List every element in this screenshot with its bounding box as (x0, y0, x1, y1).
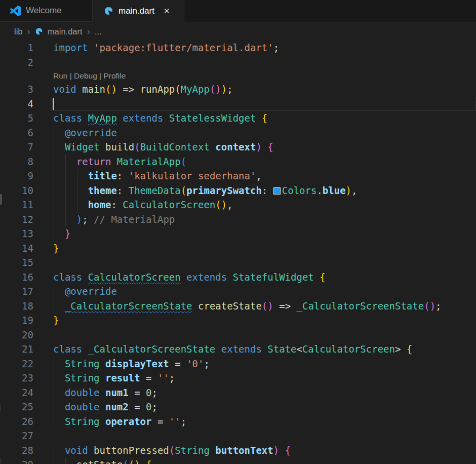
line-number[interactable]: 20 (0, 328, 33, 342)
code-line-26[interactable]: 26 String operator = ''; (0, 414, 476, 429)
line-number[interactable]: 19 (0, 313, 33, 328)
line-number[interactable]: 9 (0, 169, 33, 183)
code-line-10[interactable]: 10 theme: ThemeData(primarySwatch: Color… (0, 183, 476, 198)
indent-guide (54, 414, 54, 429)
code-line-23[interactable]: 23 String result = ''; (0, 371, 476, 385)
code-line-4[interactable]: 4 (0, 97, 476, 111)
code-line-13[interactable]: 13 } (0, 226, 476, 241)
token (53, 286, 65, 297)
color-swatch-icon[interactable] (273, 187, 281, 195)
token: void (65, 445, 94, 456)
code-text: } (53, 313, 476, 328)
indent-guide (54, 457, 54, 464)
codelens-debug[interactable]: Debug (74, 71, 97, 80)
tab-welcome[interactable]: Welcome (0, 0, 93, 22)
line-number[interactable]: 13 (0, 226, 33, 241)
token: class (53, 343, 88, 355)
line-number[interactable]: 23 (0, 371, 33, 385)
code-line-5[interactable]: 5class MyApp extends StatelessWidget { (0, 111, 476, 126)
code-line-6[interactable]: 6 @override (0, 126, 476, 140)
line-number[interactable]: 24 (0, 385, 33, 400)
code-line-27[interactable]: 27 (0, 429, 476, 443)
close-icon[interactable]: ✕ (163, 6, 171, 16)
line-number[interactable]: 18 (0, 299, 33, 314)
indent-guide (54, 226, 54, 241)
line-number[interactable]: 6 (0, 126, 33, 140)
code-line-9[interactable]: 9 title: 'kalkulator sederhana', (0, 169, 476, 183)
tab-main-dart-label: main.dart (118, 6, 154, 16)
line-number[interactable]: 8 (0, 154, 33, 169)
token: ) (221, 84, 227, 95)
line-number[interactable]: 15 (0, 255, 33, 270)
codelens-run[interactable]: Run (53, 71, 67, 80)
line-number[interactable]: 4 (0, 97, 33, 111)
code-text: String operator = ''; (53, 414, 476, 429)
breadcrumb-file-main-dart[interactable]: main.dart (48, 27, 83, 36)
code-line-29[interactable]: 29 setState(() { (0, 457, 476, 464)
line-number[interactable]: 22 (0, 357, 33, 371)
line-number[interactable]: 16 (0, 270, 33, 285)
code-line-25[interactable]: 25 double num2 = 0; (0, 400, 476, 414)
line-number[interactable]: 3 (0, 82, 33, 97)
code-line-22[interactable]: 22 String displayText = '0'; (0, 357, 476, 371)
line-number[interactable]: 1 (0, 41, 33, 55)
code-line-21[interactable]: 21class _CalculatorScreenState extends S… (0, 342, 476, 357)
line-number[interactable]: 10 (0, 183, 33, 198)
code-line-12[interactable]: 12 ); // MaterialApp (0, 212, 476, 227)
current-line-highlight (51, 97, 476, 111)
token: ) (346, 185, 351, 196)
line-number[interactable]: 28 (0, 443, 33, 458)
token: { (285, 445, 291, 456)
indent-guide (54, 400, 54, 414)
token: { (267, 141, 273, 152)
code-line-19[interactable]: 19} (0, 313, 476, 328)
codelens-row[interactable]: Run | Debug | Profile (0, 69, 476, 82)
code-line-1[interactable]: 1import 'package:flutter/material.dart'; (0, 41, 476, 55)
token (53, 372, 65, 383)
line-number[interactable]: 7 (0, 140, 33, 154)
token: ; (181, 416, 186, 427)
indent-guide (65, 183, 66, 198)
token: @override (65, 127, 117, 138)
line-number[interactable]: 27 (0, 429, 33, 443)
line-number[interactable]: 21 (0, 342, 33, 357)
line-number[interactable]: 5 (0, 111, 33, 126)
breadcrumb-folder-lib[interactable]: lib (14, 27, 23, 36)
code-line-8[interactable]: 8 return MaterialApp( (0, 154, 476, 169)
line-number[interactable]: 17 (0, 284, 33, 299)
line-number[interactable]: 14 (0, 241, 33, 256)
codelens-profile[interactable]: Profile (103, 71, 126, 80)
line-number[interactable]: 11 (0, 198, 33, 212)
indent-guide (54, 299, 54, 314)
line-number[interactable]: 26 (0, 414, 33, 429)
token: return (76, 156, 117, 167)
indent-guide (54, 284, 54, 299)
line-number[interactable]: 12 (0, 212, 33, 227)
token (53, 300, 65, 312)
line-number[interactable]: 2 (0, 55, 33, 70)
code-line-3[interactable]: 3void main() => runApp(MyApp()); (0, 82, 476, 97)
code-line-11[interactable]: 11 home: CalculatorScreen(), (0, 198, 476, 212)
tab-main-dart[interactable]: main.dart ✕ (93, 0, 184, 22)
token (53, 445, 65, 456)
token (140, 459, 146, 464)
token: MyApp (181, 84, 210, 95)
token (53, 387, 65, 398)
code-line-28[interactable]: 28 void buttonPressed(String buttonText)… (0, 443, 476, 458)
code-line-7[interactable]: 7 Widget build(BuildContext context) { (0, 140, 476, 154)
line-number[interactable]: 29 (0, 457, 33, 464)
code-editor[interactable]: 1import 'package:flutter/material.dart';… (0, 41, 476, 464)
code-line-15[interactable]: 15 (0, 255, 476, 270)
code-line-24[interactable]: 24 double num1 = 0; (0, 385, 476, 400)
code-line-16[interactable]: 16class CalculatorScreen extends Statefu… (0, 270, 476, 285)
token: , (227, 199, 232, 210)
code-line-14[interactable]: 14} (0, 241, 476, 256)
code-line-18[interactable]: 18 _CalculatorScreenState createState() … (0, 299, 476, 314)
token: { (320, 272, 325, 283)
line-number[interactable]: 25 (0, 400, 33, 414)
breadcrumb-symbol-ellipsis[interactable]: ... (95, 27, 102, 36)
code-line-20[interactable]: 20 (0, 328, 476, 342)
code-line-2[interactable]: 2 (0, 55, 476, 70)
indent-guide (54, 126, 54, 140)
code-line-17[interactable]: 17 @override (0, 284, 476, 299)
